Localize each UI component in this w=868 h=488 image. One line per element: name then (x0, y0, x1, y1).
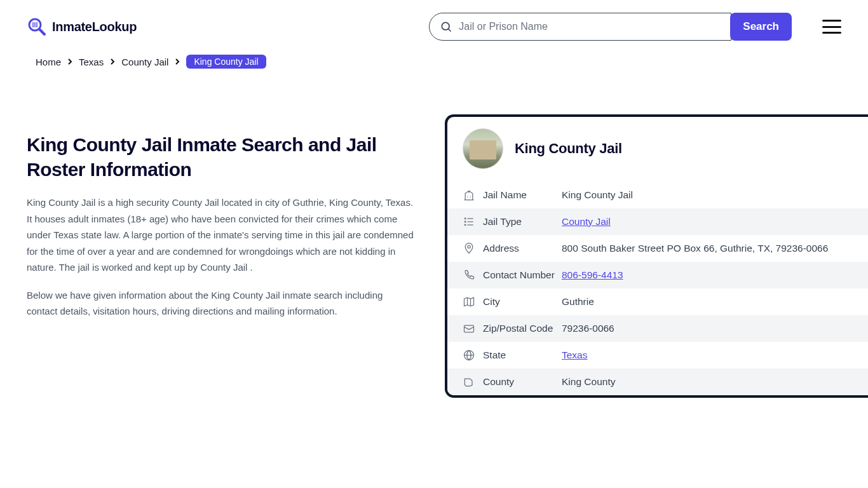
header-right: Search (429, 13, 841, 41)
breadcrumb: Home Texas County Jail King County Jail (0, 53, 868, 69)
breadcrumb-county-jail[interactable]: County Jail (121, 57, 168, 67)
search-button[interactable]: Search (730, 13, 792, 41)
row-value: King County Jail (562, 189, 633, 201)
info-card: King County Jail Jail NameKing County Ja… (445, 114, 868, 398)
jail-avatar (463, 128, 503, 169)
pin-icon (463, 242, 475, 255)
svg-point-11 (465, 221, 466, 222)
card-title: King County Jail (515, 140, 622, 157)
search-icon (440, 20, 452, 33)
chevron-right-icon (109, 58, 116, 65)
left-column: King County Jail Inmate Search and Jail … (27, 114, 414, 398)
svg-rect-16 (465, 325, 474, 332)
row-value: King County (562, 376, 615, 388)
row-label: Zip/Postal Code (483, 323, 562, 334)
hamburger-menu-icon[interactable] (822, 20, 841, 34)
row-value: 79236-0066 (562, 323, 614, 334)
header: InmateLookup Search (0, 0, 868, 53)
row-label: Contact Number (483, 269, 562, 281)
info-row: Address800 South Baker Street PO Box 66,… (447, 235, 868, 262)
right-column: King County Jail Jail NameKing County Ja… (445, 114, 868, 398)
breadcrumb-home[interactable]: Home (36, 57, 61, 67)
info-row: Jail NameKing County Jail (447, 182, 868, 208)
search-box[interactable] (429, 13, 731, 41)
breadcrumb-texas[interactable]: Texas (79, 57, 104, 67)
row-value[interactable]: County Jail (562, 216, 611, 227)
row-value: Guthrie (562, 296, 594, 308)
building-icon (463, 189, 475, 201)
svg-point-5 (442, 22, 450, 30)
row-label: Jail Type (483, 216, 562, 227)
list-icon (463, 215, 475, 228)
search-form: Search (429, 13, 792, 41)
row-value[interactable]: Texas (562, 349, 588, 361)
card-header: King County Jail (447, 117, 868, 182)
info-row: Jail TypeCounty Jail (447, 208, 868, 235)
row-label: Jail Name (483, 189, 562, 201)
breadcrumb-current: King County Jail (186, 55, 266, 69)
chevron-right-icon (173, 58, 181, 65)
svg-point-10 (465, 218, 466, 219)
svg-line-1 (39, 29, 44, 34)
paragraph-2: Below we have given information about th… (27, 287, 414, 320)
info-row: Zip/Postal Code79236-0066 (447, 315, 868, 342)
logo-text: InmateLookup (52, 20, 137, 34)
row-value: 800 South Baker Street PO Box 66, Guthri… (562, 243, 828, 254)
phone-icon (463, 269, 475, 281)
svg-point-13 (468, 245, 470, 248)
info-row: Contact Number806-596-4413 (447, 262, 868, 288)
logo[interactable]: InmateLookup (27, 17, 137, 37)
row-value[interactable]: 806-596-4413 (562, 269, 623, 281)
info-rows: Jail NameKing County JailJail TypeCounty… (447, 182, 868, 395)
page-title: King County Jail Inmate Search and Jail … (27, 132, 414, 182)
logo-icon (27, 17, 47, 37)
map-icon (463, 295, 475, 308)
row-label: City (483, 296, 562, 308)
svg-point-12 (465, 224, 466, 226)
row-label: Address (483, 243, 562, 254)
chevron-right-icon (66, 58, 74, 65)
info-row: StateTexas (447, 342, 868, 369)
info-row: CityGuthrie (447, 288, 868, 315)
mail-icon (463, 322, 475, 335)
info-row: CountyKing County (447, 369, 868, 395)
row-label: County (483, 376, 562, 388)
shape-icon (463, 376, 475, 388)
search-input[interactable] (459, 21, 721, 32)
svg-line-6 (449, 29, 451, 32)
globe-icon (463, 349, 475, 362)
main-content: King County Jail Inmate Search and Jail … (0, 114, 868, 398)
row-label: State (483, 349, 562, 361)
paragraph-1: King County Jail is a high security Coun… (27, 194, 414, 276)
